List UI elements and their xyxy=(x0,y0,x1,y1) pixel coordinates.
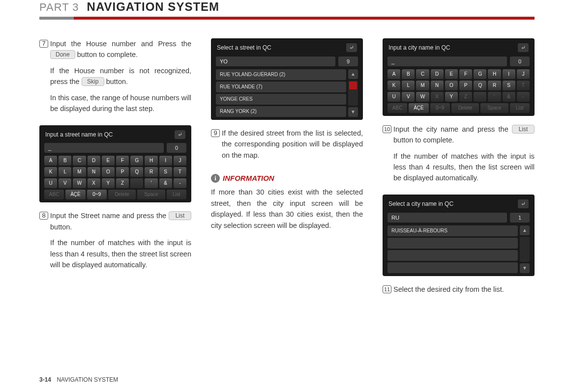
key[interactable]: Q xyxy=(130,167,143,177)
key[interactable]: O xyxy=(445,81,458,90)
device-input[interactable]: RU xyxy=(387,213,507,223)
screenshot-select-street: Select a street in QC ⤶ YO 9 RUE YOLAND-… xyxy=(211,38,363,120)
step-body: Input the city name and press the List b… xyxy=(393,124,535,189)
key[interactable]: U xyxy=(387,92,400,102)
key[interactable]: B xyxy=(402,69,415,79)
step-number: 8 xyxy=(39,212,48,220)
key[interactable]: D xyxy=(88,156,100,166)
key[interactable]: R xyxy=(145,167,157,177)
list-item[interactable]: RUE YOLAND-GUÉRARD (2) xyxy=(216,69,346,80)
key[interactable]: E xyxy=(102,156,115,166)
device-count: 1 xyxy=(510,213,530,223)
content-columns: 7 Input the House number and Press the D… xyxy=(39,38,535,305)
key[interactable]: S xyxy=(503,81,515,90)
back-icon[interactable]: ⤶ xyxy=(518,43,529,52)
device-input[interactable]: _ xyxy=(387,56,507,66)
scrollbar[interactable]: ▲ ▼ xyxy=(520,225,530,273)
key[interactable]: K xyxy=(44,167,57,177)
key-list: List xyxy=(167,190,186,199)
key[interactable]: O xyxy=(102,167,115,177)
key[interactable]: Y xyxy=(102,178,115,188)
key[interactable]: ' xyxy=(145,178,157,188)
key[interactable]: L xyxy=(402,81,415,90)
header-rule xyxy=(39,17,535,20)
list-item[interactable] xyxy=(387,250,518,261)
key[interactable]: L xyxy=(59,167,71,177)
key[interactable]: I xyxy=(159,156,172,166)
step-body: Input the House number and Press the Don… xyxy=(50,38,191,119)
key[interactable]: F xyxy=(116,156,129,166)
text: button to complete. xyxy=(75,51,138,58)
key[interactable]: P xyxy=(116,167,129,177)
key[interactable]: - xyxy=(174,178,186,188)
key[interactable]: U xyxy=(44,178,57,188)
key[interactable]: D xyxy=(431,69,444,79)
key[interactable]: X xyxy=(88,178,100,188)
scroll-up-icon[interactable]: ▲ xyxy=(520,225,530,235)
key-accents[interactable]: ÀÇÈ xyxy=(65,190,85,199)
key[interactable]: V xyxy=(59,178,71,188)
step-8: 8 Input the Street name and press the Li… xyxy=(39,210,191,275)
key[interactable]: W xyxy=(73,178,86,188)
list-item[interactable]: RUISSEAU-À-REBOURS xyxy=(387,225,518,236)
key[interactable]: G xyxy=(130,156,143,166)
information-body: If more than 30 cities exist with the se… xyxy=(211,187,363,231)
key[interactable]: Y xyxy=(445,92,458,102)
key[interactable]: M xyxy=(73,167,86,177)
key[interactable]: N xyxy=(88,167,100,177)
scroll-down-icon[interactable]: ▼ xyxy=(348,107,358,117)
key[interactable]: Z xyxy=(116,178,129,188)
key[interactable]: H xyxy=(488,69,501,79)
key[interactable]: G xyxy=(474,69,486,79)
list-item[interactable] xyxy=(387,238,518,249)
key: & xyxy=(503,92,515,102)
key[interactable]: V xyxy=(402,92,415,102)
key[interactable]: M xyxy=(416,81,429,90)
key[interactable]: W xyxy=(416,92,429,102)
text: button. xyxy=(104,78,128,85)
key[interactable]: R xyxy=(488,81,501,90)
key[interactable]: J xyxy=(517,69,530,79)
key[interactable]: J xyxy=(174,156,186,166)
list-item[interactable] xyxy=(387,262,518,273)
device-input[interactable]: _ xyxy=(44,143,164,153)
key[interactable]: C xyxy=(416,69,429,79)
information-heading: i INFORMATION xyxy=(211,172,363,184)
back-icon[interactable]: ⤶ xyxy=(346,43,357,52)
scroll-up-icon[interactable]: ▲ xyxy=(348,69,358,79)
key-digits[interactable]: 0~9 xyxy=(87,190,107,199)
back-icon[interactable]: ⤶ xyxy=(518,199,529,208)
device-title: Select a city name in QC xyxy=(388,199,453,209)
key: - xyxy=(517,92,530,102)
device-keyboard: ABCDEFGHIJ KLMNOPQRST UVWXYZ'&- xyxy=(387,69,530,102)
key[interactable]: C xyxy=(73,156,86,166)
key[interactable]: B xyxy=(59,156,71,166)
key[interactable]: E xyxy=(445,69,458,79)
key[interactable]: S xyxy=(159,167,172,177)
device-input[interactable]: YO xyxy=(216,56,335,66)
screenshot-input-street: Input a street name in QC ⤶ _ 0 ABCDEFGH… xyxy=(39,125,191,203)
key[interactable]: F xyxy=(459,69,472,79)
scroll-down-icon[interactable]: ▼ xyxy=(520,263,530,273)
scroll-thumb[interactable] xyxy=(349,82,357,89)
list-item[interactable]: RUE YOLANDE (7) xyxy=(216,82,346,92)
key[interactable]: N xyxy=(431,81,444,90)
page-header: PART 3 NAVIGATION SYSTEM xyxy=(39,0,535,14)
back-icon[interactable]: ⤶ xyxy=(175,130,185,139)
key-digits: 0~9 xyxy=(430,103,450,113)
key[interactable]: Q xyxy=(474,81,486,90)
list-item[interactable]: YONGE CRES xyxy=(216,94,346,105)
information-label: INFORMATION xyxy=(223,172,274,184)
key[interactable]: I xyxy=(503,69,515,79)
key-delete: Delete xyxy=(108,190,136,199)
key[interactable]: H xyxy=(145,156,157,166)
key[interactable]: T xyxy=(174,167,186,177)
key-accents[interactable]: ÀÇÈ xyxy=(409,103,428,113)
list-item[interactable]: RANG YORK (2) xyxy=(216,106,346,117)
key[interactable]: K xyxy=(387,81,400,90)
key[interactable]: & xyxy=(159,178,172,188)
scrollbar[interactable]: ▲ ▼ xyxy=(348,69,358,117)
key[interactable]: A xyxy=(44,156,57,166)
key[interactable]: A xyxy=(387,69,400,79)
key[interactable]: P xyxy=(459,81,472,90)
